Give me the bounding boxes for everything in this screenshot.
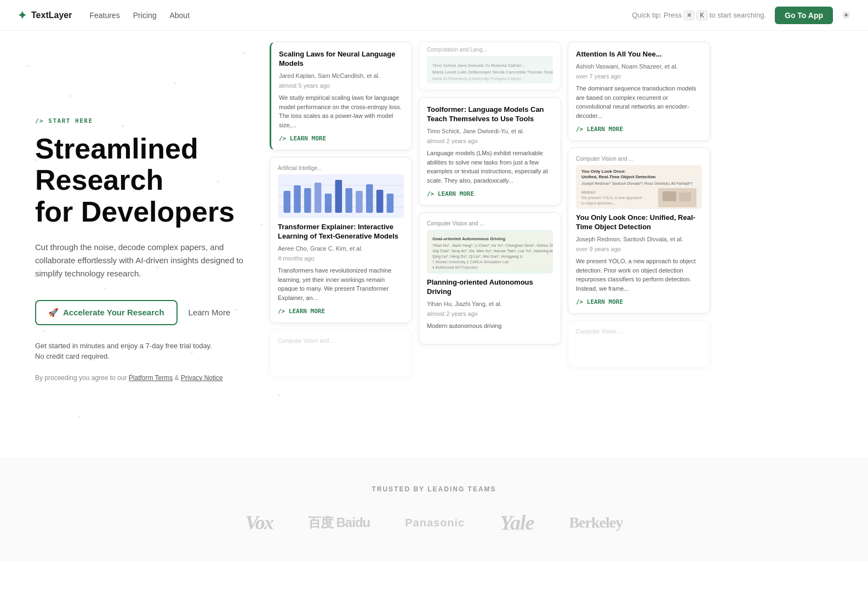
card-abstract: Modern autonomous driving (427, 321, 553, 331)
svg-rect-6 (304, 188, 311, 213)
card-tag: Artificial Intellige... (278, 165, 404, 171)
card-learn-more[interactable]: /> LEARN MORE (576, 126, 702, 133)
svg-text:Abstract: Abstract (581, 190, 596, 194)
svg-rect-8 (325, 194, 332, 213)
svg-text:Qing Liu*, Heng Du*, Qi Liu*, : Qing Liu*, Heng Du*, Qi Liu*, Wei Guo*, … (432, 254, 523, 259)
logo-panasonic: Panasonic (405, 517, 465, 529)
card-title: Transformer Explainer: Interactive Learn… (278, 223, 404, 241)
svg-text:We present YOLO, a new approac: We present YOLO, a new approach (581, 196, 642, 200)
card-time: almost 5 years ago (279, 82, 404, 89)
paper-card-yolo[interactable]: Computer Vision and ... You Only Look On… (568, 148, 710, 314)
learn-more-button[interactable]: Learn More (189, 308, 231, 317)
mini-chart (278, 174, 404, 218)
hero-title: Streamlined Research for Developers (35, 133, 245, 228)
privacy-notice-link[interactable]: Privacy Notice (181, 374, 223, 382)
svg-rect-10 (345, 188, 352, 213)
card-tag: Computer Vision ... (576, 329, 702, 335)
svg-text:† Wuhan University   ‡ CARLA S: † Wuhan University ‡ CARLA Simulation La… (432, 260, 509, 264)
svg-text:Unified, Real-Time Object Dete: Unified, Real-Time Object Detection (581, 174, 656, 179)
cards-column-3: Attention Is All You Nee... Ashish Vaswa… (568, 42, 710, 368)
hero-cta: 🚀 Accelerate Your Research Learn More (35, 300, 245, 325)
svg-rect-5 (294, 185, 301, 213)
rocket-icon: 🚀 (48, 308, 59, 318)
card-time: almost 2 years ago (427, 310, 553, 317)
trusted-label: TRUSTED BY LEADING TEAMS (35, 485, 833, 493)
paper-card-transformer-explainer[interactable]: Artificial Intellige... (270, 157, 412, 323)
card-title: Scaling Laws for Neural Language Models (279, 50, 404, 69)
svg-text:Goal-oriented Autonomous Drivi: Goal-oriented Autonomous Driving (432, 236, 505, 241)
nav-features[interactable]: Features (89, 11, 119, 20)
svg-text:Yihan Hu*, Jiazhi Yang*, Li Ch: Yihan Hu*, Jiazhi Yang*, Li Chen*, Ke Yu… (432, 243, 553, 248)
theme-toggle-button[interactable]: ☀ (842, 9, 850, 21)
paper-card-scaling-laws[interactable]: Scaling Laws for Neural Language Models … (270, 42, 412, 150)
kbd-k: K (696, 10, 707, 20)
svg-rect-14 (387, 194, 394, 213)
card-time: over 9 years ago (576, 246, 702, 252)
card-authors: Jared Kaplan, Sam McCandlish, et al. (279, 72, 404, 80)
svg-text:Maria Lovell  Luke Zettlemoyer: Maria Lovell Luke Zettlemoyer Nicola Can… (432, 70, 553, 75)
hero-left: /> START HERE Streamlined Research for D… (0, 31, 263, 458)
svg-text:Joseph Redmon*  Santosh Divval: Joseph Redmon* Santosh Divvala*† Ross Gi… (581, 182, 693, 186)
nav-left: ✦ TextLayer Features Pricing About (18, 9, 190, 22)
logo-icon: ✦ (18, 9, 27, 22)
card-authors: Aeree Cho, Grace C. Kim, et al. (278, 245, 404, 253)
svg-rect-7 (315, 183, 322, 213)
svg-rect-4 (283, 191, 290, 213)
paper-card-attention[interactable]: Attention Is All You Nee... Ashish Vaswa… (568, 42, 710, 141)
start-here-label: /> START HERE (35, 117, 245, 124)
card-learn-more[interactable]: /> LEARN MORE (279, 135, 404, 142)
paper-card-autonomous-driving[interactable]: Computer Vision and ... Goal-oriented Au… (419, 212, 561, 344)
svg-rect-12 (366, 184, 373, 213)
platform-terms-link[interactable]: Platform Terms (129, 374, 173, 382)
hero-right: Scaling Laws for Neural Language Models … (263, 31, 868, 458)
svg-rect-9 (335, 180, 342, 213)
card-abstract: Language models (LMs) exhibit remarkable… (427, 149, 553, 185)
card-tag: Computer Vision and ... (576, 156, 702, 162)
nav-links: Features Pricing About (89, 11, 190, 20)
accelerate-research-button[interactable]: 🚀 Accelerate Your Research (35, 300, 178, 325)
logo[interactable]: ✦ TextLayer (18, 9, 72, 22)
nav-about[interactable]: About (169, 11, 190, 20)
trusted-section: TRUSTED BY LEADING TEAMS Vox 百度 Baidu Pa… (0, 458, 868, 561)
card-learn-more[interactable]: /> LEARN MORE (576, 298, 702, 305)
card-abstract: The dominant sequence transduction model… (576, 84, 702, 120)
card-authors: Yihan Hu, Jiazhi Yang, et al. (427, 300, 553, 308)
svg-text:♦ Multimodal Art Projection: ♦ Multimodal Art Projection (432, 265, 478, 270)
paper-card-faded-2: Computer Vision ... (568, 320, 710, 368)
quick-tip: Quick tip: Press ⌘ K to start searching. (632, 10, 766, 20)
svg-text:Timo Schick  Jane Dwivedi-Yu  : Timo Schick Jane Dwivedi-Yu Roberta Dall… (432, 63, 525, 68)
card-learn-more[interactable]: /> LEARN MORE (278, 308, 404, 315)
hero-subtitle: Cut through the noise, decode complex pa… (35, 241, 245, 280)
card-authors: Joseph Redmon, Santosh Divvala, et al. (576, 235, 702, 243)
logo-berkeley: Berkeley (569, 514, 623, 531)
card-tag: Computation and Lang... (427, 47, 553, 53)
nav-pricing[interactable]: Pricing (133, 11, 157, 20)
paper-card-toolformer[interactable]: Toolformer: Language Models Can Teach Th… (419, 97, 561, 206)
card-time: over 7 years ago (576, 73, 702, 80)
svg-text:Meta AI Research  (University : Meta AI Research (University Pompeu Fabr… (432, 76, 521, 81)
logos-row: Vox 百度 Baidu Panasonic Yale Berkeley (35, 511, 833, 535)
card-thumbnail: Goal-oriented Autonomous Driving Yihan H… (427, 230, 553, 274)
kbd-cmd: ⌘ (684, 10, 694, 20)
card-abstract: We present YOLO, a new approach to objec… (576, 257, 702, 293)
card-authors: Timo Schick, Jane Dwivedi-Yu, et al. (427, 127, 553, 135)
paper-card-toolformer-header: Computation and Lang... Timo Schick Jane… (419, 42, 561, 90)
svg-rect-32 (679, 192, 691, 201)
card-time: 4 months ago (278, 255, 404, 262)
logo-yale: Yale (500, 511, 534, 535)
card-learn-more[interactable]: /> LEARN MORE (427, 190, 553, 197)
card-title: You Only Look Once: Unified, Real-Time O… (576, 213, 702, 232)
svg-text:to object detection...: to object detection... (581, 201, 616, 206)
navbar: ✦ TextLayer Features Pricing About Quick… (0, 0, 868, 31)
svg-rect-31 (663, 191, 676, 201)
card-title: Planning-oriented Autonomous Driving (427, 278, 553, 297)
svg-rect-13 (376, 190, 384, 213)
logo-vox: Vox (245, 511, 273, 534)
hero-section: /> START HERE Streamlined Research for D… (0, 31, 868, 458)
trial-note: Get started in minutes and enjoy a 7-day… (35, 341, 245, 362)
go-to-app-button[interactable]: Go To App (775, 7, 833, 24)
card-authors: Ashish Vaswani, Noam Shazeer, et al. (576, 63, 702, 71)
card-thumbnail: You Only Look Once: Unified, Real-Time O… (576, 165, 702, 209)
card-time: almost 2 years ago (427, 138, 553, 144)
svg-rect-11 (356, 191, 363, 213)
